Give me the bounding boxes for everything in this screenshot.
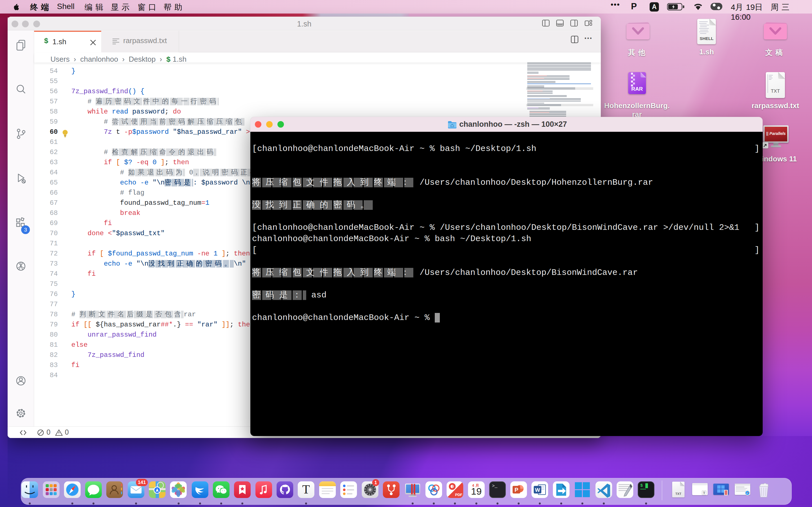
svg-text:P: P [515,487,518,493]
svg-text:W: W [535,487,540,493]
svg-text:PDF: PDF [455,493,462,497]
